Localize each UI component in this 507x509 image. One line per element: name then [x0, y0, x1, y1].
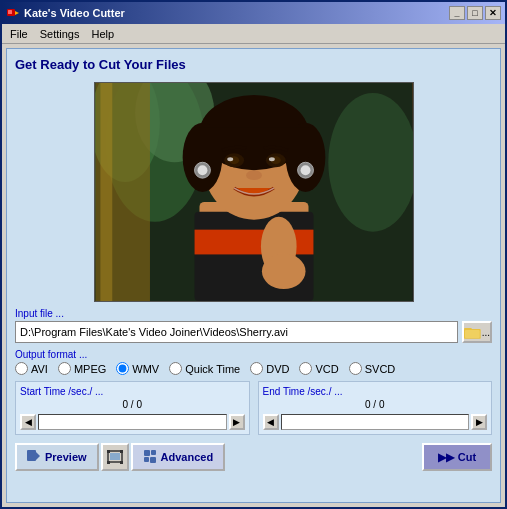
format-svcd-label: SVCD [365, 363, 396, 375]
format-wmv-label: WMV [132, 363, 159, 375]
svg-point-31 [261, 253, 305, 289]
format-avi-label: AVI [31, 363, 48, 375]
end-time-right-btn[interactable]: ▶ [471, 414, 487, 430]
close-button[interactable]: ✕ [485, 6, 501, 20]
svg-point-29 [300, 165, 310, 175]
browse-label: ... [482, 327, 490, 338]
format-mpeg[interactable]: MPEG [58, 362, 106, 375]
bottom-buttons: Preview [15, 443, 492, 471]
input-file-section: Input file ... ... [15, 308, 492, 343]
end-time-section: End Time /sec./ ... 0 / 0 ◀ ▶ [258, 381, 493, 435]
format-mpeg-label: MPEG [74, 363, 106, 375]
app-icon [6, 6, 20, 20]
svg-marker-36 [36, 452, 40, 460]
svg-point-25 [246, 170, 262, 180]
output-format-label: Output format ... [15, 349, 492, 360]
time-controls-row: Start Time /sec./ ... 0 / 0 ◀ ▶ End Time… [15, 381, 492, 435]
main-panel: Get Ready to Cut Your Files [6, 48, 501, 503]
minimize-button[interactable]: _ [449, 6, 465, 20]
start-time-track[interactable] [38, 414, 227, 430]
svg-point-27 [197, 165, 207, 175]
end-time-slider-row: ◀ ▶ [263, 414, 488, 430]
preview-svg-icon [27, 449, 41, 463]
start-time-section: Start Time /sec./ ... 0 / 0 ◀ ▶ [15, 381, 250, 435]
svg-rect-40 [120, 450, 123, 453]
svg-rect-44 [151, 450, 156, 455]
end-time-label: End Time /sec./ ... [263, 386, 488, 397]
svg-marker-1 [15, 11, 19, 15]
svg-rect-18 [199, 128, 308, 158]
cut-button[interactable]: ▶▶ Cut [422, 443, 492, 471]
format-vcd[interactable]: VCD [299, 362, 338, 375]
cut-icon: ▶▶ [438, 451, 454, 464]
advanced-icon [143, 449, 157, 465]
end-time-left-btn[interactable]: ◀ [263, 414, 279, 430]
svg-rect-43 [144, 450, 150, 456]
start-time-right-btn[interactable]: ▶ [229, 414, 245, 430]
format-wmv[interactable]: WMV [116, 362, 159, 375]
title-bar-left: Kate's Video Cutter [6, 6, 125, 20]
input-file-label: Input file ... [15, 308, 492, 319]
video-preview [94, 82, 414, 302]
advanced-button[interactable]: Advanced [131, 443, 226, 471]
format-options-row: AVI MPEG WMV Quick Time DVD [15, 362, 492, 375]
advanced-svg-icon [143, 449, 157, 463]
svg-rect-2 [8, 10, 12, 14]
title-bar-buttons: _ □ ✕ [449, 6, 501, 20]
menu-settings[interactable]: Settings [34, 26, 86, 42]
title-bar: Kate's Video Cutter _ □ ✕ [2, 2, 505, 24]
menu-file[interactable]: File [4, 26, 34, 42]
format-quicktime[interactable]: Quick Time [169, 362, 240, 375]
video-frame [95, 83, 413, 301]
menu-bar: File Settings Help [2, 24, 505, 44]
window-title: Kate's Video Cutter [24, 7, 125, 19]
end-time-track[interactable] [281, 414, 470, 430]
radio-dvd[interactable] [250, 362, 263, 375]
format-quicktime-label: Quick Time [185, 363, 240, 375]
frame-icon [107, 450, 123, 464]
file-path-input[interactable] [15, 321, 458, 343]
frame-button[interactable] [101, 443, 129, 471]
svg-rect-41 [107, 461, 110, 464]
preview-label: Preview [45, 451, 87, 463]
radio-vcd[interactable] [299, 362, 312, 375]
svg-point-23 [227, 157, 233, 161]
file-input-row: ... [15, 321, 492, 343]
panel-title: Get Ready to Cut Your Files [15, 57, 492, 72]
svg-rect-45 [144, 457, 149, 462]
main-window: Kate's Video Cutter _ □ ✕ File Settings … [0, 0, 507, 509]
svg-rect-42 [120, 461, 123, 464]
format-dvd-label: DVD [266, 363, 289, 375]
svg-rect-33 [464, 328, 472, 330]
video-content [95, 83, 413, 301]
start-time-value: 0 / 0 [20, 399, 245, 410]
format-avi[interactable]: AVI [15, 362, 48, 375]
start-time-label: Start Time /sec./ ... [20, 386, 245, 397]
cut-label: Cut [458, 451, 476, 463]
radio-avi[interactable] [15, 362, 28, 375]
svg-rect-39 [107, 450, 110, 453]
format-svcd[interactable]: SVCD [349, 362, 396, 375]
maximize-button[interactable]: □ [467, 6, 483, 20]
advanced-label: Advanced [161, 451, 214, 463]
radio-quicktime[interactable] [169, 362, 182, 375]
svg-rect-9 [100, 83, 112, 301]
folder-icon [464, 325, 482, 339]
radio-svcd[interactable] [349, 362, 362, 375]
browse-button[interactable]: ... [462, 321, 492, 343]
svg-rect-38 [110, 453, 120, 460]
radio-wmv[interactable] [116, 362, 129, 375]
start-time-left-btn[interactable]: ◀ [20, 414, 36, 430]
end-time-value: 0 / 0 [263, 399, 488, 410]
left-buttons: Preview [15, 443, 225, 471]
preview-icon [27, 449, 41, 465]
svg-rect-34 [465, 330, 480, 338]
format-vcd-label: VCD [315, 363, 338, 375]
format-dvd[interactable]: DVD [250, 362, 289, 375]
svg-rect-46 [150, 457, 156, 463]
preview-button[interactable]: Preview [15, 443, 99, 471]
radio-mpeg[interactable] [58, 362, 71, 375]
svg-rect-35 [27, 450, 36, 461]
menu-help[interactable]: Help [85, 26, 120, 42]
start-time-slider-row: ◀ ▶ [20, 414, 245, 430]
